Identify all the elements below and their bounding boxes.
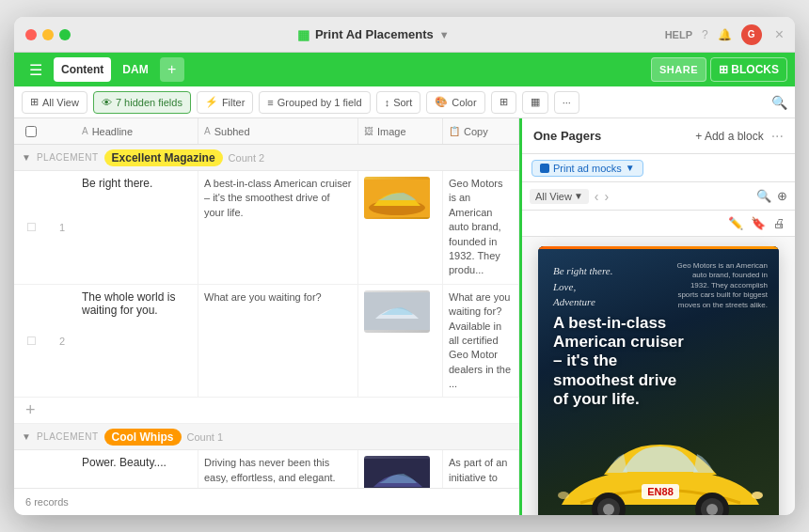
dropdown-icon: ▼ bbox=[439, 29, 450, 40]
sort-label: Sort bbox=[393, 97, 412, 108]
mock-button[interactable]: Print ad mocks ▼ bbox=[531, 160, 643, 177]
add-block-button[interactable]: + Add a block bbox=[695, 130, 763, 143]
table-header: A Headline A Subhed 🖼 Image 📋 Copy bbox=[14, 118, 519, 145]
row-num-3: 3 bbox=[48, 450, 76, 488]
table-row: ☐ 2 The whole world is waiting for you. … bbox=[14, 285, 519, 399]
row-checkbox-3[interactable]: ☐ bbox=[14, 450, 48, 488]
nav-prev-button[interactable]: ‹ bbox=[595, 189, 599, 204]
eye-icon: 👁 bbox=[102, 97, 112, 108]
share-button[interactable]: SHARE bbox=[651, 57, 706, 82]
menu-button[interactable]: ☰ bbox=[22, 57, 50, 82]
group-chevron-cool[interactable]: ▼ bbox=[22, 431, 31, 442]
ad-small-text: Geo Motors is an American auto brand, fo… bbox=[674, 261, 768, 310]
bell-icon[interactable]: 🔔 bbox=[718, 28, 732, 41]
image-thumbnail-2 bbox=[364, 290, 430, 333]
add-row-excellent[interactable]: + bbox=[14, 398, 519, 424]
main-content: A Headline A Subhed 🖼 Image 📋 Copy bbox=[14, 118, 795, 515]
ad-headline: A best-in-class American cruiser – it's … bbox=[553, 314, 764, 410]
rp-header: One Pagers + Add a block ··· bbox=[522, 118, 795, 154]
row-checkbox-1[interactable]: ☐ bbox=[14, 171, 48, 284]
window-close-icon[interactable]: × bbox=[775, 26, 784, 43]
view-label: All View bbox=[535, 191, 572, 202]
ad-background: EN88 Be right there.Love,Adventure A bes… bbox=[538, 246, 779, 515]
svg-point-15 bbox=[558, 492, 569, 499]
search-icon[interactable]: 🔍 bbox=[771, 95, 787, 110]
ad-preview-card: EN88 Be right there.Love,Adventure A bes… bbox=[538, 246, 779, 515]
avatar[interactable]: G bbox=[741, 24, 762, 45]
group-chevron-excellent[interactable]: ▼ bbox=[22, 152, 31, 163]
more-button[interactable]: ··· bbox=[554, 91, 579, 114]
all-view-button[interactable]: ⊞ All View bbox=[22, 91, 87, 114]
sort-button[interactable]: ↕ Sort bbox=[376, 91, 421, 114]
subhed-header: A Subhed bbox=[198, 118, 358, 144]
table-body: ▼ PLACEMENT Excellent Magazine Count 2 ☐… bbox=[14, 145, 519, 488]
group-header-cool: ▼ PLACEMENT Cool Whips Count 1 bbox=[14, 424, 519, 450]
row-copy-2[interactable]: What are you waiting for? Available in a… bbox=[443, 285, 519, 398]
row-headline-3[interactable]: Power. Beauty.... bbox=[76, 450, 198, 488]
row-headline-1[interactable]: Be right there. bbox=[76, 171, 198, 284]
grouped-label: Grouped by 1 field bbox=[278, 97, 362, 108]
rp-subheader: Print ad mocks ▼ bbox=[522, 154, 795, 182]
hidden-fields-label: 7 hidden fields bbox=[116, 97, 182, 108]
mock-label: Print ad mocks bbox=[553, 163, 622, 174]
dam-button[interactable]: DAM bbox=[115, 57, 155, 82]
row-copy-1[interactable]: Geo Motors is an American auto brand, fo… bbox=[443, 171, 519, 284]
rp-menu-icon[interactable]: ··· bbox=[771, 128, 784, 145]
records-count: 6 records bbox=[14, 488, 519, 515]
row-subhed-1[interactable]: A best-in-class American cruiser – it's … bbox=[198, 171, 358, 284]
page-title: Print Ad Placements bbox=[315, 27, 434, 41]
gallery-view-button[interactable]: ▦ bbox=[522, 91, 548, 114]
text-icon: A bbox=[82, 126, 88, 136]
image-icon: 🖼 bbox=[364, 126, 373, 136]
hidden-fields-button[interactable]: 👁 7 hidden fields bbox=[93, 91, 191, 114]
maximize-button[interactable] bbox=[59, 29, 71, 40]
add-tab-button[interactable]: + bbox=[160, 57, 184, 82]
group-icon: ≡ bbox=[267, 97, 273, 108]
row-image-3[interactable] bbox=[358, 450, 443, 488]
crop-icon[interactable]: ⊕ bbox=[777, 189, 787, 203]
mock-dropdown-icon: ▼ bbox=[626, 163, 635, 173]
search-nav-icon[interactable]: 🔍 bbox=[756, 189, 771, 203]
svg-point-10 bbox=[603, 504, 614, 515]
row-image-2[interactable] bbox=[358, 285, 443, 398]
minimize-button[interactable] bbox=[42, 29, 54, 40]
nav-next-button[interactable]: › bbox=[605, 189, 610, 204]
svg-point-14 bbox=[752, 492, 763, 499]
filter-icon: ⚡ bbox=[205, 96, 218, 108]
headline-header: A Headline bbox=[76, 118, 198, 144]
svg-point-13 bbox=[706, 504, 718, 515]
rp-title: One Pagers bbox=[533, 129, 688, 143]
color-label: Color bbox=[452, 97, 476, 108]
row-subhed-3[interactable]: Driving has never been this easy, effort… bbox=[198, 450, 358, 488]
view-all-button[interactable]: All View ▼ bbox=[530, 189, 589, 204]
grouped-button[interactable]: ≡ Grouped by 1 field bbox=[259, 91, 370, 114]
row-checkbox-2[interactable]: ☐ bbox=[14, 285, 48, 398]
image-thumbnail-3 bbox=[364, 456, 430, 488]
help-icon[interactable]: ? bbox=[702, 28, 708, 41]
table-view-button[interactable]: ⊞ bbox=[491, 91, 516, 114]
blocks-button[interactable]: ⊞ BLOCKS bbox=[710, 57, 787, 82]
select-all-checkbox[interactable] bbox=[25, 126, 37, 137]
bookmark-icon[interactable]: 🔖 bbox=[751, 216, 766, 230]
filter-button[interactable]: ⚡ Filter bbox=[197, 91, 253, 114]
copy-icon: 📋 bbox=[449, 126, 460, 136]
row-image-1[interactable] bbox=[358, 171, 443, 284]
edit-icon[interactable]: ✏️ bbox=[728, 216, 743, 230]
help-label[interactable]: HELP bbox=[665, 29, 692, 40]
content-button[interactable]: Content bbox=[54, 57, 111, 82]
group-name-cool[interactable]: Cool Whips bbox=[104, 429, 182, 446]
row-subhed-2[interactable]: What are you waiting for? bbox=[198, 285, 358, 398]
row-copy-3[interactable]: As part of an initiative to create a hig… bbox=[443, 450, 519, 488]
titlebar: ▦ Print Ad Placements ▼ HELP ? 🔔 G × bbox=[14, 17, 795, 53]
rp-toolbar: ✏️ 🔖 🖨 bbox=[522, 211, 795, 237]
subtoolbar: ⊞ All View 👁 7 hidden fields ⚡ Filter ≡ … bbox=[14, 86, 795, 118]
row-num-1: 1 bbox=[48, 171, 76, 284]
group-header-excellent: ▼ PLACEMENT Excellent Magazine Count 2 bbox=[14, 145, 519, 171]
close-button[interactable] bbox=[25, 29, 37, 40]
table-row: ☐ 1 Be right there. A best-in-class Amer… bbox=[14, 171, 519, 285]
group-name-excellent[interactable]: Excellent Magazine bbox=[104, 149, 223, 166]
print-icon[interactable]: 🖨 bbox=[773, 216, 785, 230]
row-headline-2[interactable]: The whole world is waiting for you. bbox=[76, 285, 198, 398]
header-checkbox[interactable] bbox=[14, 126, 48, 137]
color-button[interactable]: 🎨 Color bbox=[426, 91, 484, 114]
